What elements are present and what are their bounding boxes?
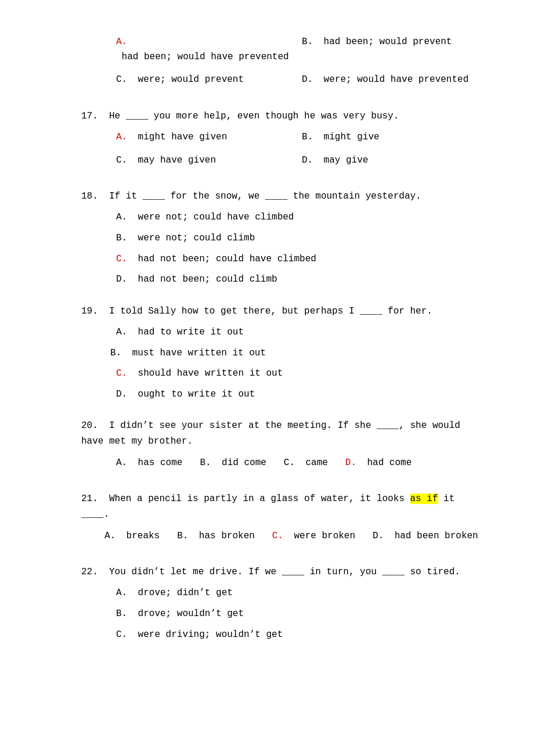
option-row: C. should have written it out <box>116 366 488 381</box>
option-row: A. had to write it out <box>116 325 488 340</box>
option-row: B. must have written it out <box>110 346 488 361</box>
option-label-c: C. <box>116 628 132 643</box>
question-17-num: 17. <box>81 111 103 121</box>
question-20-options: A. has come B. did come C. came D. had c… <box>116 456 488 476</box>
option-label-b: B. <box>116 231 132 246</box>
question-18-text: 18. If it ____ for the snow, we ____ the… <box>81 189 488 204</box>
option-row: D. ought to write it out <box>116 387 488 402</box>
option-text-b: has broken <box>193 529 255 544</box>
question-21-highlight: as if <box>410 494 438 504</box>
option-label-d: D. <box>302 73 318 88</box>
option-row: A. were not; could have climbed <box>116 210 488 225</box>
option-label-d: D. <box>373 529 389 544</box>
question-19-num: 19. <box>81 306 103 316</box>
option-row: B. had been; would prevent <box>302 35 488 64</box>
option-text-c: were; would prevent <box>132 73 244 88</box>
question-19: 19. I told Sally how to get there, but p… <box>81 304 488 402</box>
option-row: A. breaks <box>104 529 160 544</box>
question-21-num: 21. <box>81 494 103 504</box>
question-20: 20. I didn’t see your sister at the meet… <box>81 418 488 475</box>
option-row: A. drove; didn’t get <box>116 586 488 601</box>
option-text-a: had to write it out <box>132 325 244 340</box>
option-text-d: had been broken <box>389 529 478 544</box>
option-label-c: C. <box>116 252 132 267</box>
option-row: A. has come <box>116 456 182 471</box>
option-text-d: had not been; could climb <box>132 272 277 287</box>
question-22-num: 22. <box>81 567 103 577</box>
option-row: B. drove; wouldn’t get <box>116 607 488 622</box>
option-row: C. were; would prevent <box>116 73 302 88</box>
option-text-a: might have given <box>132 130 227 145</box>
question-22-text: 22. You didn’t let me drive. If we ____ … <box>81 564 488 580</box>
question-21: 21. When a pencil is partly in a glass o… <box>81 491 488 548</box>
option-label-b: B. <box>177 529 193 544</box>
option-text-b: drove; wouldn’t get <box>132 607 244 622</box>
question-19-options: A. had to write it out B. must have writ… <box>116 325 488 402</box>
option-text-b: did come <box>216 456 266 471</box>
question-20-num: 20. <box>81 420 103 431</box>
question-22-body: You didn’t let me drive. If we ____ in t… <box>109 567 460 577</box>
option-text-a: has come <box>132 456 182 471</box>
option-text-d: may give <box>318 153 368 168</box>
option-text-c: were driving; wouldn’t get <box>132 628 283 643</box>
option-label-a: A. <box>104 529 121 544</box>
question-18: 18. If it ____ for the snow, we ____ the… <box>81 189 488 287</box>
question-17-text: 17. He ____ you more help, even though h… <box>81 109 488 124</box>
option-row: D. may give <box>302 153 488 168</box>
option-label-b: B. <box>302 35 318 50</box>
question-17-options: A. might have given B. might give C. may… <box>116 130 488 172</box>
option-row: B. has broken <box>177 529 255 544</box>
option-row: D. had been broken <box>373 529 478 544</box>
option-label-b: B. <box>302 130 318 145</box>
option-row: B. were not; could climb <box>116 231 488 246</box>
option-label-a: A. <box>116 456 132 471</box>
question-21-options: A. breaks B. has broken C. were broken D… <box>104 529 488 549</box>
option-text-b: were not; could climb <box>132 231 255 246</box>
option-text-b: had been; would prevent <box>318 35 452 50</box>
option-label-a: A. <box>116 130 132 145</box>
option-text-d: ought to write it out <box>132 387 255 402</box>
option-row: A. had been; would have prevented <box>116 35 302 64</box>
question-19-body: I told Sally how to get there, but perha… <box>109 306 432 316</box>
option-label-d: D. <box>116 272 132 287</box>
option-row: D. were; would have prevented <box>302 73 488 88</box>
option-row: B. might give <box>302 130 488 145</box>
question-21-body-before: When a pencil is partly in a glass of wa… <box>109 494 410 504</box>
option-text-d: had come <box>362 456 412 471</box>
option-label-d: D. <box>345 456 362 471</box>
option-label-a: A. <box>116 35 132 50</box>
option-row: B. did come <box>200 456 266 471</box>
question-21-text: 21. When a pencil is partly in a glass o… <box>81 491 488 523</box>
option-text-c: had not been; could have climbed <box>132 252 316 267</box>
option-row: D. had not been; could climb <box>116 272 488 287</box>
option-label-c: C. <box>272 529 288 544</box>
option-row: C. had not been; could have climbed <box>116 252 488 267</box>
option-label-d: D. <box>116 387 132 402</box>
question-22: 22. You didn’t let me drive. If we ____ … <box>81 564 488 642</box>
question-18-num: 18. <box>81 191 103 201</box>
option-label-c: C. <box>116 153 132 168</box>
question-22-if: If <box>248 567 259 577</box>
option-text-b: might give <box>318 130 380 145</box>
option-label-a: A. <box>116 586 132 601</box>
option-label-a: A. <box>116 210 132 225</box>
option-row: C. were broken <box>272 529 355 544</box>
prev-question-options: A. had been; would have prevented B. had… <box>81 35 488 92</box>
option-label-b: B. <box>200 456 216 471</box>
option-label-a: A. <box>116 325 132 340</box>
question-22-options: A. drove; didn’t get B. drove; wouldn’t … <box>116 586 488 642</box>
option-text-a: drove; didn’t get <box>132 586 233 601</box>
option-text-a: breaks <box>121 529 160 544</box>
option-label-c: C. <box>116 366 132 381</box>
question-18-options: A. were not; could have climbed B. were … <box>116 210 488 287</box>
option-text-c: came <box>300 456 328 471</box>
question-17: 17. He ____ you more help, even though h… <box>81 109 488 172</box>
option-row: D. had come <box>345 456 412 471</box>
option-row: C. may have given <box>116 153 302 168</box>
option-text-c: were broken <box>288 529 355 544</box>
question-17-body: He ____ you more help, even though he wa… <box>109 111 399 121</box>
option-row: C. came <box>284 456 328 471</box>
option-row: A. might have given <box>116 130 302 145</box>
option-label-b: B. <box>110 346 127 361</box>
question-19-text: 19. I told Sally how to get there, but p… <box>81 304 488 319</box>
